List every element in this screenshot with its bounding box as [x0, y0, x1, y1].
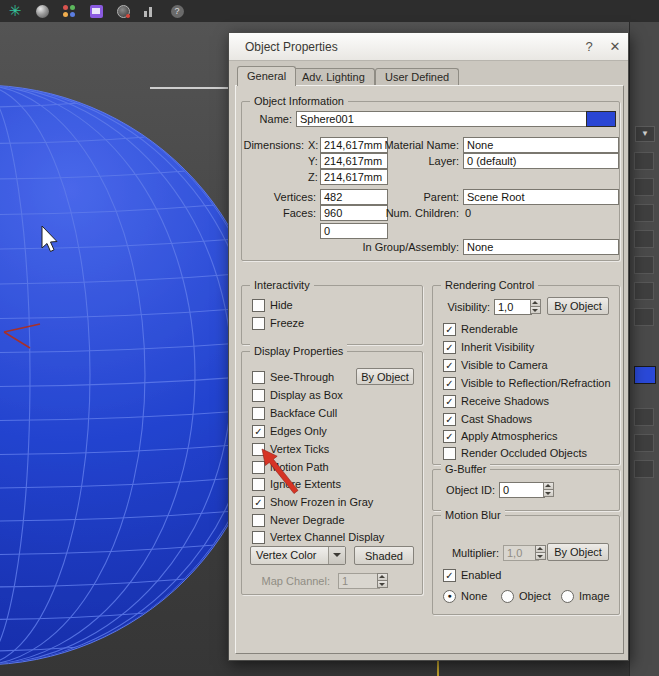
checkbox-edges-only[interactable]: ✓ Edges Only [252, 424, 327, 438]
material-editor-icon[interactable] [116, 4, 130, 18]
motion-path-checkbox[interactable] [252, 461, 265, 474]
none-radio[interactable]: ● [443, 590, 456, 603]
help-icon[interactable]: ? [170, 4, 184, 18]
spinner-down-icon[interactable] [535, 552, 546, 560]
checkbox-freeze[interactable]: Freeze [252, 316, 304, 330]
spinner-down-icon[interactable] [377, 580, 388, 588]
checkbox-display-as-box[interactable]: Display as Box [252, 388, 343, 402]
panel-button[interactable] [634, 460, 654, 478]
window-glyph [90, 5, 103, 18]
object-id-spinner[interactable] [543, 482, 554, 497]
color-swatch[interactable] [634, 366, 656, 384]
visibility-spinner[interactable] [530, 299, 541, 314]
vertex-channel-checkbox[interactable] [252, 531, 265, 544]
hide-checkbox[interactable] [252, 299, 265, 312]
chart-glyph [144, 5, 157, 17]
tab-adv-lighting[interactable]: Adv. Lighting [292, 68, 375, 85]
panel-collapse-button[interactable]: ▼ [635, 126, 655, 142]
panel-button[interactable] [634, 282, 654, 300]
multiplier-spinner[interactable] [535, 545, 546, 560]
panel-button[interactable] [634, 434, 654, 452]
checkbox-motion-path[interactable]: Motion Path [252, 460, 329, 474]
checkbox-vertex-channel-display[interactable]: Vertex Channel Display [252, 530, 384, 544]
checkbox-cast-shadows[interactable]: ✓ Cast Shadows [443, 412, 532, 426]
panel-button[interactable] [634, 152, 654, 170]
dialog-close-button[interactable]: ✕ [602, 39, 628, 54]
in-group-label: In Group/Assembly: [302, 240, 459, 255]
checkbox-vertex-ticks[interactable]: Vertex Ticks [252, 442, 329, 456]
rendering-by-object-button[interactable]: By Object [547, 297, 609, 315]
checkbox-receive-shadows[interactable]: ✓ Receive Shadows [443, 394, 549, 408]
apply-atmospherics-checkbox[interactable]: ✓ [443, 430, 456, 443]
curve-editor-icon[interactable] [89, 4, 103, 18]
object-radio[interactable] [501, 590, 514, 603]
schematic-view-icon[interactable] [35, 4, 49, 18]
cast-shadows-checkbox[interactable]: ✓ [443, 413, 456, 426]
radio-image[interactable]: Image [561, 589, 610, 603]
checkbox-label: Show Frozen in Gray [270, 496, 373, 508]
checkbox-render-occluded[interactable]: Render Occluded Objects [443, 446, 587, 460]
plant-icon[interactable]: ✳ [8, 4, 22, 18]
spinner-down-icon[interactable] [530, 306, 541, 314]
object-id-field[interactable]: 0 [499, 482, 545, 498]
enabled-checkbox[interactable]: ✓ [443, 569, 456, 582]
group-title: G-Buffer [441, 462, 490, 476]
panel-button[interactable] [634, 256, 654, 274]
dimensions-label: Dimensions: [242, 138, 304, 153]
receive-shadows-checkbox[interactable]: ✓ [443, 395, 456, 408]
map-channel-spinner[interactable] [377, 573, 388, 588]
name-field[interactable]: Sphere001 [296, 111, 590, 127]
checkbox-show-frozen-in-gray[interactable]: ✓ Show Frozen in Gray [252, 495, 373, 509]
edges-only-checkbox[interactable]: ✓ [252, 425, 265, 438]
help-glyph: ? [171, 5, 184, 18]
panel-button[interactable] [634, 230, 654, 248]
tab-user-defined[interactable]: User Defined [375, 68, 459, 85]
visible-to-camera-checkbox[interactable]: ✓ [443, 359, 456, 372]
radio-object[interactable]: Object [501, 589, 551, 603]
panel-button[interactable] [634, 308, 654, 326]
render-occluded-checkbox[interactable] [443, 447, 456, 460]
object-color-swatch[interactable] [586, 111, 616, 127]
checkbox-visible-to-reflection[interactable]: ✓ Visible to Reflection/Refraction [443, 376, 611, 390]
checkbox-hide[interactable]: Hide [252, 298, 293, 312]
vertex-ticks-checkbox[interactable] [252, 443, 265, 456]
dialog-help-button[interactable]: ? [576, 39, 602, 54]
display-as-box-checkbox[interactable] [252, 389, 265, 402]
checkbox-label: Renderable [461, 323, 518, 335]
checkbox-ignore-extents[interactable]: Ignore Extents [252, 477, 341, 491]
backface-cull-checkbox[interactable] [252, 407, 265, 420]
see-through-checkbox[interactable] [252, 371, 265, 384]
radio-none[interactable]: ● None [443, 589, 487, 603]
checkbox-see-through[interactable]: See-Through [252, 370, 334, 384]
checkbox-apply-atmospherics[interactable]: ✓ Apply Atmospherics [443, 429, 558, 443]
freeze-checkbox[interactable] [252, 317, 265, 330]
ignore-extents-checkbox[interactable] [252, 478, 265, 491]
inherit-visibility-checkbox[interactable]: ✓ [443, 341, 456, 354]
visibility-field[interactable]: 1,0 [494, 299, 532, 315]
spinner-down-icon[interactable] [543, 489, 554, 497]
layer-manager-icon[interactable] [62, 4, 76, 18]
dialog-titlebar[interactable]: Object Properties ? ✕ [229, 33, 628, 61]
checkbox-never-degrade[interactable]: Never Degrade [252, 513, 345, 527]
checkbox-renderable[interactable]: ✓ Renderable [443, 322, 518, 336]
vertex-color-dropdown[interactable]: Vertex Color [250, 546, 346, 565]
checkbox-inherit-visibility[interactable]: ✓ Inherit Visibility [443, 340, 534, 354]
display-by-object-button[interactable]: By Object [356, 368, 414, 385]
panel-button[interactable] [634, 204, 654, 222]
render-setup-icon[interactable] [143, 4, 157, 18]
checkbox-backface-cull[interactable]: Backface Cull [252, 406, 337, 420]
motion-blur-by-object-button[interactable]: By Object [547, 543, 609, 561]
panel-button[interactable] [634, 178, 654, 196]
panel-button[interactable] [634, 408, 654, 426]
checkbox-visible-to-camera[interactable]: ✓ Visible to Camera [443, 358, 548, 372]
chevron-down-icon[interactable] [328, 547, 345, 564]
renderable-checkbox[interactable]: ✓ [443, 323, 456, 336]
group-title: Rendering Control [441, 278, 538, 292]
tab-general[interactable]: General [237, 66, 296, 86]
checkbox-enabled[interactable]: ✓ Enabled [443, 568, 501, 582]
shaded-button[interactable]: Shaded [354, 546, 414, 565]
image-radio[interactable] [561, 590, 574, 603]
never-degrade-checkbox[interactable] [252, 514, 265, 527]
show-frozen-checkbox[interactable]: ✓ [252, 496, 265, 509]
visible-to-reflection-checkbox[interactable]: ✓ [443, 377, 456, 390]
